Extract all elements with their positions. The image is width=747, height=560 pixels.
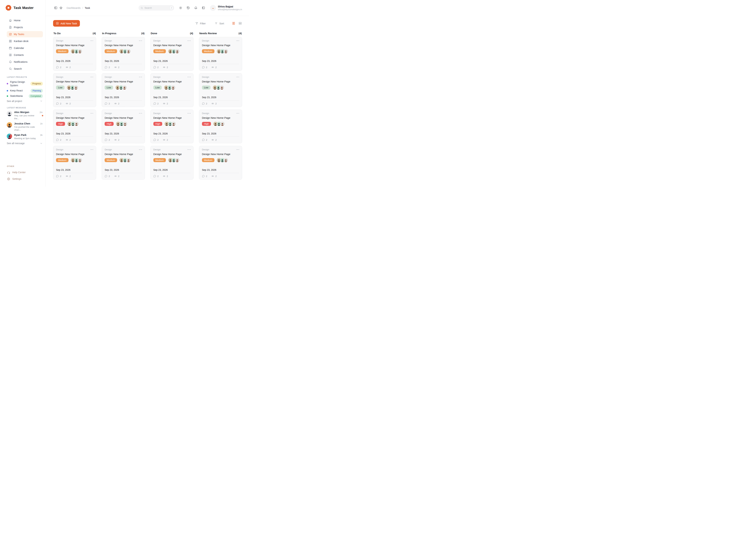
card-menu-button[interactable] [138,76,142,78]
links-indicator[interactable]: 2 [163,138,168,141]
card-menu-button[interactable] [235,40,239,42]
links-indicator[interactable]: 2 [211,102,217,105]
task-card[interactable]: Design Design New Home Page Medium Sep 2… [53,37,96,71]
card-menu-button[interactable] [235,76,239,78]
see-all-messages[interactable]: See all message [7,142,43,145]
comments-indicator[interactable]: 2 [105,66,110,69]
card-menu-button[interactable] [186,40,190,42]
message-item-jessica-chen[interactable]: Jessica Chen 1h I've pushed the code cha… [7,122,43,132]
see-all-projects[interactable]: See all project [7,100,43,103]
favorite-button[interactable] [58,5,63,10]
comments-indicator[interactable]: 2 [56,175,61,178]
task-card[interactable]: Design Design New Home Page Low Sep 23, … [199,73,242,107]
right-panel-toggle-button[interactable] [201,5,206,10]
links-indicator[interactable]: 2 [211,66,217,69]
task-card[interactable]: Design Design New Home Page High Sep 23,… [102,110,145,143]
comments-indicator[interactable]: 2 [202,138,207,141]
links-indicator[interactable]: 2 [114,66,120,69]
comments-indicator[interactable]: 2 [105,138,110,141]
links-indicator[interactable]: 2 [163,66,168,69]
sidebar-item-settings[interactable]: Settings [7,176,43,182]
task-card[interactable]: Design Design New Home Page Medium Sep 2… [150,37,194,71]
card-menu-button[interactable] [186,112,190,114]
links-indicator[interactable]: 2 [163,175,168,178]
sidebar-item-home[interactable]: Home [7,17,43,24]
task-card[interactable]: Design Design New Home Page Medium Sep 2… [102,146,145,180]
project-item-figma-design-system[interactable]: Figma Design System Progress [7,80,43,87]
project-item-keep-react[interactable]: Keep React Planning [7,89,43,92]
comments-indicator[interactable]: 2 [202,102,207,105]
card-menu-button[interactable] [235,112,239,114]
search-input[interactable] [145,6,167,9]
task-card[interactable]: Design Design New Home Page High Sep 23,… [199,110,242,143]
task-card[interactable]: Design Design New Home Page Medium Sep 2… [150,146,194,180]
sidebar-item-contacts[interactable]: Contacts [7,52,43,58]
message-sender: Jessica Chen [14,122,30,125]
sidebar-item-notifications[interactable]: Notifications [7,59,43,65]
sidebar-item-search[interactable]: Search [7,66,43,72]
add-new-task-button[interactable]: Add New Task [53,20,80,27]
filter-button[interactable]: Filter [195,22,206,25]
theme-toggle-button[interactable] [178,5,183,10]
card-menu-button[interactable] [89,149,93,151]
user-profile[interactable]: Shiva Bajpai shiva@elysiumdesigns.in [210,5,242,11]
comments-indicator[interactable]: 2 [202,66,207,69]
task-card[interactable]: Design Design New Home Page High Sep 23,… [53,110,96,143]
comments-indicator[interactable]: 2 [153,102,159,105]
links-indicator[interactable]: 2 [66,66,71,69]
headset-icon [7,171,10,174]
links-indicator[interactable]: 2 [211,138,217,141]
links-indicator[interactable]: 2 [66,138,71,141]
history-button[interactable] [185,5,191,10]
card-menu-button[interactable] [89,40,93,42]
task-card[interactable]: Design Design New Home Page Medium Sep 2… [53,146,96,180]
notifications-button[interactable] [193,5,198,10]
card-menu-button[interactable] [186,76,190,78]
sidebar-item-kanban-desk[interactable]: Kanban desk [7,38,43,44]
breadcrumb-section[interactable]: Dashboards [67,6,81,9]
links-indicator[interactable]: 2 [211,175,217,178]
project-item-staticmania[interactable]: StaticMania Completed [7,94,43,98]
global-search[interactable]: / [138,5,174,10]
comments-indicator[interactable]: 2 [153,175,159,178]
comments-indicator[interactable]: 2 [105,102,110,105]
task-card[interactable]: Design Design New Home Page Low Sep 23, … [150,73,194,107]
sidebar-item-my-tasks[interactable]: My Tasks [7,31,43,37]
comments-indicator[interactable]: 2 [56,66,61,69]
card-menu-button[interactable] [89,112,93,114]
comments-indicator[interactable]: 2 [153,138,159,141]
card-title: Design New Home Page [56,44,93,47]
task-card[interactable]: Design Design New Home Page Low Sep 23, … [53,73,96,107]
task-card[interactable]: Design Design New Home Page Medium Sep 2… [199,37,242,71]
sidebar-item-projects[interactable]: Projects [7,24,43,30]
comments-indicator[interactable]: 2 [56,138,61,141]
sidebar-toggle-button[interactable] [53,5,58,10]
task-card[interactable]: Design Design New Home Page Medium Sep 2… [102,37,145,71]
card-menu-button[interactable] [138,40,142,42]
card-menu-button[interactable] [235,149,239,151]
links-indicator[interactable]: 2 [163,102,168,105]
links-indicator[interactable]: 2 [114,102,120,105]
card-menu-button[interactable] [138,149,142,151]
list-view-button[interactable] [238,21,242,25]
comments-indicator[interactable]: 2 [105,175,110,178]
card-menu-button[interactable] [138,112,142,114]
message-item-alex-morgan[interactable]: Alex Morgan 2m Hey, can you review the..… [7,111,43,120]
sidebar-item-calendar[interactable]: Calendar [7,45,43,51]
message-item-ryan-park[interactable]: Ryan Park 3h Meeting at 3pm today [7,134,43,140]
comments-indicator[interactable]: 2 [56,102,61,105]
links-indicator[interactable]: 2 [114,175,120,178]
sidebar-item-help-center[interactable]: Help Center [7,169,43,176]
card-menu-button[interactable] [186,149,190,151]
comments-indicator[interactable]: 2 [153,66,159,69]
links-indicator[interactable]: 2 [114,138,120,141]
comments-indicator[interactable]: 2 [202,175,207,178]
sort-button[interactable]: Sort [214,22,224,25]
links-indicator[interactable]: 2 [66,175,71,178]
card-menu-button[interactable] [89,76,93,78]
links-indicator[interactable]: 2 [66,102,71,105]
kanban-view-button[interactable] [232,21,235,25]
task-card[interactable]: Design Design New Home Page Medium Sep 2… [199,146,242,180]
task-card[interactable]: Design Design New Home Page Low Sep 23, … [102,73,145,107]
task-card[interactable]: Design Design New Home Page High Sep 23,… [150,110,194,143]
